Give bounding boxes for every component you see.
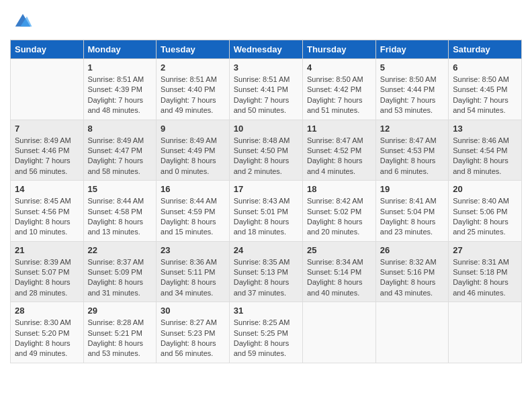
day-detail: Sunrise: 8:49 AMSunset: 4:46 PMDaylight:… — [15, 136, 79, 177]
day-detail: Sunrise: 8:50 AMSunset: 4:45 PMDaylight:… — [453, 75, 517, 116]
day-number: 31 — [234, 306, 298, 316]
day-number: 25 — [307, 245, 371, 255]
calendar-week-row: 21Sunrise: 8:39 AMSunset: 5:07 PMDayligh… — [11, 241, 522, 302]
calendar-cell: 9Sunrise: 8:49 AMSunset: 4:49 PMDaylight… — [157, 120, 230, 181]
day-number: 1 — [88, 62, 152, 73]
calendar-table: SundayMondayTuesdayWednesdayThursdayFrid… — [10, 40, 522, 363]
calendar-cell: 24Sunrise: 8:35 AMSunset: 5:13 PMDayligh… — [229, 241, 302, 302]
calendar-cell — [375, 302, 448, 363]
calendar-cell: 25Sunrise: 8:34 AMSunset: 5:14 PMDayligh… — [302, 241, 375, 302]
logo — [10, 10, 33, 33]
day-header-sunday: Sunday — [11, 40, 84, 59]
calendar-cell — [11, 59, 84, 120]
day-detail: Sunrise: 8:45 AMSunset: 4:56 PMDaylight:… — [15, 196, 79, 238]
day-number: 13 — [453, 124, 517, 134]
calendar-cell: 8Sunrise: 8:49 AMSunset: 4:47 PMDaylight… — [83, 120, 157, 181]
day-number: 10 — [234, 124, 298, 134]
day-header-wednesday: Wednesday — [229, 40, 302, 59]
calendar-cell: 6Sunrise: 8:50 AMSunset: 4:45 PMDaylight… — [449, 59, 522, 120]
calendar-cell: 20Sunrise: 8:40 AMSunset: 5:06 PMDayligh… — [449, 181, 522, 242]
day-detail: Sunrise: 8:49 AMSunset: 4:47 PMDaylight:… — [88, 136, 152, 177]
day-detail: Sunrise: 8:28 AMSunset: 5:21 PMDaylight:… — [88, 318, 152, 359]
day-detail: Sunrise: 8:46 AMSunset: 4:54 PMDaylight:… — [453, 136, 517, 177]
day-detail: Sunrise: 8:27 AMSunset: 5:23 PMDaylight:… — [161, 318, 225, 359]
day-number: 21 — [15, 245, 79, 255]
day-number: 22 — [88, 245, 152, 255]
day-detail: Sunrise: 8:44 AMSunset: 4:59 PMDaylight:… — [161, 196, 225, 238]
day-detail: Sunrise: 8:43 AMSunset: 5:01 PMDaylight:… — [234, 196, 298, 238]
calendar-cell: 31Sunrise: 8:25 AMSunset: 5:25 PMDayligh… — [229, 302, 302, 363]
day-number: 14 — [15, 184, 79, 194]
day-number: 24 — [234, 245, 298, 255]
day-number: 23 — [161, 245, 225, 255]
day-number: 19 — [380, 184, 444, 194]
day-number: 20 — [453, 184, 517, 194]
page-header — [10, 10, 522, 33]
calendar-cell: 18Sunrise: 8:42 AMSunset: 5:02 PMDayligh… — [302, 181, 375, 242]
day-number: 11 — [307, 124, 371, 134]
day-number: 27 — [453, 245, 517, 255]
calendar-cell: 16Sunrise: 8:44 AMSunset: 4:59 PMDayligh… — [157, 181, 230, 242]
day-detail: Sunrise: 8:42 AMSunset: 5:02 PMDaylight:… — [307, 196, 371, 238]
day-number: 2 — [161, 62, 225, 73]
day-detail: Sunrise: 8:47 AMSunset: 4:53 PMDaylight:… — [380, 136, 444, 177]
calendar-week-row: 7Sunrise: 8:49 AMSunset: 4:46 PMDaylight… — [11, 120, 522, 181]
day-detail: Sunrise: 8:51 AMSunset: 4:41 PMDaylight:… — [234, 75, 298, 116]
day-detail: Sunrise: 8:36 AMSunset: 5:11 PMDaylight:… — [161, 257, 225, 299]
calendar-cell: 27Sunrise: 8:31 AMSunset: 5:18 PMDayligh… — [449, 241, 522, 302]
day-header-saturday: Saturday — [449, 40, 522, 59]
day-detail: Sunrise: 8:31 AMSunset: 5:18 PMDaylight:… — [453, 257, 517, 299]
day-number: 28 — [15, 306, 79, 316]
day-number: 9 — [161, 124, 225, 134]
day-number: 18 — [307, 184, 371, 194]
day-number: 15 — [88, 184, 152, 194]
day-detail: Sunrise: 8:40 AMSunset: 5:06 PMDaylight:… — [453, 196, 517, 238]
calendar-week-row: 1Sunrise: 8:51 AMSunset: 4:39 PMDaylight… — [11, 59, 522, 120]
calendar-cell: 11Sunrise: 8:47 AMSunset: 4:52 PMDayligh… — [302, 120, 375, 181]
calendar-cell: 1Sunrise: 8:51 AMSunset: 4:39 PMDaylight… — [83, 59, 157, 120]
calendar-cell: 17Sunrise: 8:43 AMSunset: 5:01 PMDayligh… — [229, 181, 302, 242]
calendar-week-row: 28Sunrise: 8:30 AMSunset: 5:20 PMDayligh… — [11, 302, 522, 363]
calendar-cell — [302, 302, 375, 363]
day-detail: Sunrise: 8:41 AMSunset: 5:04 PMDaylight:… — [380, 196, 444, 238]
calendar-cell: 29Sunrise: 8:28 AMSunset: 5:21 PMDayligh… — [83, 302, 157, 363]
day-header-tuesday: Tuesday — [157, 40, 230, 59]
calendar-cell: 13Sunrise: 8:46 AMSunset: 4:54 PMDayligh… — [449, 120, 522, 181]
day-detail: Sunrise: 8:50 AMSunset: 4:44 PMDaylight:… — [380, 75, 444, 116]
calendar-cell: 5Sunrise: 8:50 AMSunset: 4:44 PMDaylight… — [375, 59, 448, 120]
logo-icon — [13, 10, 33, 30]
day-detail: Sunrise: 8:48 AMSunset: 4:50 PMDaylight:… — [234, 136, 298, 177]
calendar-cell: 12Sunrise: 8:47 AMSunset: 4:53 PMDayligh… — [375, 120, 448, 181]
day-detail: Sunrise: 8:35 AMSunset: 5:13 PMDaylight:… — [234, 257, 298, 299]
calendar-cell: 22Sunrise: 8:37 AMSunset: 5:09 PMDayligh… — [83, 241, 157, 302]
day-header-monday: Monday — [83, 40, 157, 59]
day-number: 30 — [161, 306, 225, 316]
day-number: 3 — [234, 62, 298, 73]
day-detail: Sunrise: 8:34 AMSunset: 5:14 PMDaylight:… — [307, 257, 371, 299]
calendar-cell: 23Sunrise: 8:36 AMSunset: 5:11 PMDayligh… — [157, 241, 230, 302]
calendar-cell: 7Sunrise: 8:49 AMSunset: 4:46 PMDaylight… — [11, 120, 84, 181]
day-detail: Sunrise: 8:47 AMSunset: 4:52 PMDaylight:… — [307, 136, 371, 177]
day-detail: Sunrise: 8:50 AMSunset: 4:42 PMDaylight:… — [307, 75, 371, 116]
calendar-cell: 26Sunrise: 8:32 AMSunset: 5:16 PMDayligh… — [375, 241, 448, 302]
day-number: 17 — [234, 184, 298, 194]
day-detail: Sunrise: 8:30 AMSunset: 5:20 PMDaylight:… — [15, 318, 79, 359]
day-number: 8 — [88, 124, 152, 134]
calendar-cell: 19Sunrise: 8:41 AMSunset: 5:04 PMDayligh… — [375, 181, 448, 242]
day-number: 4 — [307, 62, 371, 73]
day-detail: Sunrise: 8:44 AMSunset: 4:58 PMDaylight:… — [88, 196, 152, 238]
day-header-thursday: Thursday — [302, 40, 375, 59]
calendar-cell: 10Sunrise: 8:48 AMSunset: 4:50 PMDayligh… — [229, 120, 302, 181]
day-detail: Sunrise: 8:51 AMSunset: 4:40 PMDaylight:… — [161, 75, 225, 116]
day-detail: Sunrise: 8:32 AMSunset: 5:16 PMDaylight:… — [380, 257, 444, 299]
calendar-cell — [449, 302, 522, 363]
day-detail: Sunrise: 8:49 AMSunset: 4:49 PMDaylight:… — [161, 136, 225, 177]
calendar-cell: 3Sunrise: 8:51 AMSunset: 4:41 PMDaylight… — [229, 59, 302, 120]
day-number: 16 — [161, 184, 225, 194]
calendar-cell: 28Sunrise: 8:30 AMSunset: 5:20 PMDayligh… — [11, 302, 84, 363]
day-header-friday: Friday — [375, 40, 448, 59]
calendar-cell: 4Sunrise: 8:50 AMSunset: 4:42 PMDaylight… — [302, 59, 375, 120]
day-detail: Sunrise: 8:51 AMSunset: 4:39 PMDaylight:… — [88, 75, 152, 116]
calendar-cell: 21Sunrise: 8:39 AMSunset: 5:07 PMDayligh… — [11, 241, 84, 302]
day-detail: Sunrise: 8:25 AMSunset: 5:25 PMDaylight:… — [234, 318, 298, 359]
